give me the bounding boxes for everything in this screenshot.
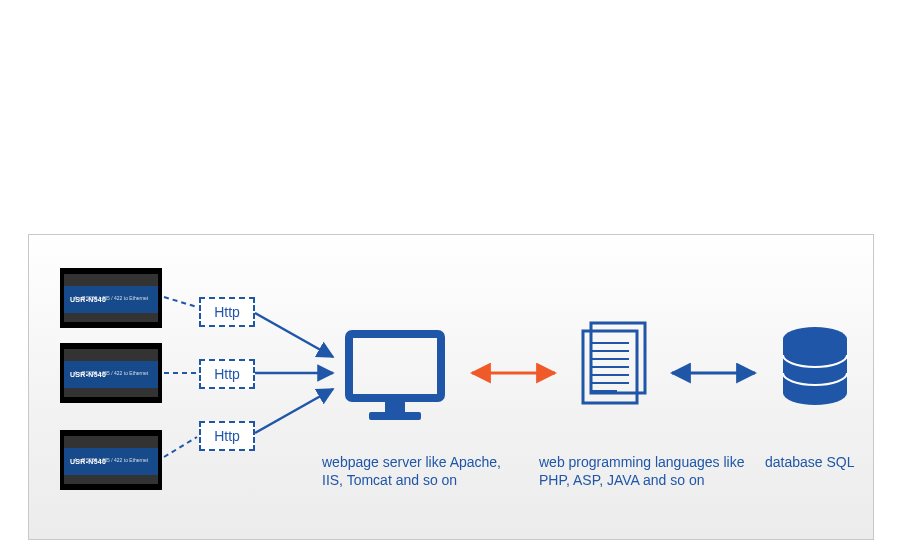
diagram-panel: USR-N540 4 x RS232 / 485 / 422 to Ethern… bbox=[28, 234, 874, 540]
caption-db: database SQL bbox=[765, 453, 874, 471]
svg-rect-2 bbox=[369, 412, 421, 420]
svg-rect-0 bbox=[349, 334, 441, 398]
document-icon bbox=[583, 323, 645, 403]
caption-lang: web programming languages like PHP, ASP,… bbox=[539, 453, 751, 489]
stage: USR-N540 4 x RS232 / 485 / 422 to Ethern… bbox=[0, 0, 900, 548]
dash-3 bbox=[164, 437, 197, 457]
diagram-svg bbox=[29, 235, 873, 539]
arrow-http-1 bbox=[255, 313, 333, 357]
svg-rect-1 bbox=[385, 402, 405, 412]
monitor-icon bbox=[349, 334, 441, 420]
arrow-http-3 bbox=[255, 389, 333, 433]
dash-1 bbox=[164, 297, 197, 307]
database-icon bbox=[783, 327, 847, 405]
caption-server: webpage server like Apache, IIS, Tomcat … bbox=[322, 453, 522, 489]
